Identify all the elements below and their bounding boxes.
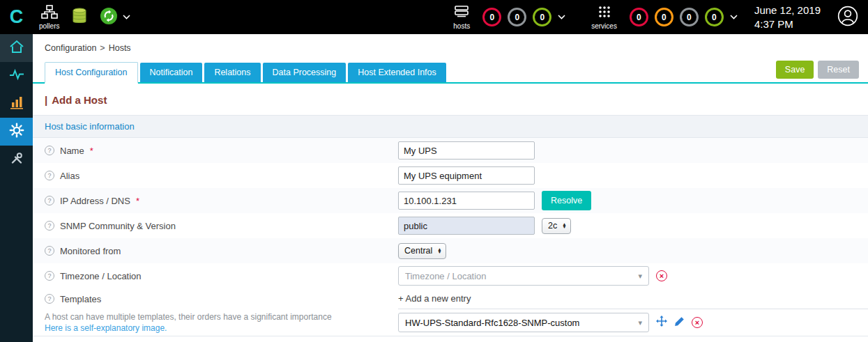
database-status[interactable] (72, 8, 87, 27)
main-content: Configuration>Hosts Host Configuration N… (33, 34, 868, 342)
help-icon[interactable]: ? (45, 146, 54, 155)
timezone-label: Timezone / Location (60, 271, 142, 281)
ip-input[interactable] (398, 192, 535, 210)
reset-button[interactable]: Reset (818, 61, 859, 79)
topbar: C pollers (0, 0, 868, 34)
services-label: services (591, 22, 617, 30)
help-icon[interactable]: ? (45, 171, 54, 180)
page-title: |Add a Host (33, 84, 868, 115)
hosts-down-count: 0 (489, 13, 494, 22)
hosts-up-counter[interactable]: 0 (533, 8, 551, 26)
chevron-down-icon[interactable] (123, 15, 130, 20)
hosts-unreachable-count: 0 (515, 13, 519, 22)
hosts-label: hosts (453, 22, 470, 30)
pollers-status[interactable]: pollers (39, 5, 59, 30)
help-icon[interactable]: ? (45, 246, 54, 256)
date-text: June 12, 2019 (754, 3, 821, 17)
templates-help-text: A host can have multiple templates, thei… (45, 312, 332, 322)
services-ok-counter[interactable]: 0 (705, 8, 724, 26)
form-actions: Save Reset (776, 61, 859, 79)
add-template-entry-link[interactable]: + Add a new entry (398, 293, 471, 304)
alias-input[interactable] (398, 166, 535, 185)
timezone-combobox[interactable]: Timezone / Location ▾ (398, 266, 649, 286)
page-title-text: Add a Host (52, 94, 107, 106)
snmp-label: SNMP Community & Version (60, 221, 176, 231)
snmp-community-input[interactable] (398, 217, 535, 235)
user-menu[interactable] (837, 6, 858, 29)
tab-relations[interactable]: Relations (204, 63, 260, 83)
sidebar-item-administration[interactable] (0, 146, 33, 173)
help-icon[interactable]: ? (45, 196, 54, 205)
tab-host-extended-infos[interactable]: Host Extended Infos (348, 63, 446, 83)
sidebar-item-configuration[interactable] (0, 118, 33, 146)
snmp-version-value: 2c (548, 221, 557, 231)
sidebar-item-reporting[interactable] (0, 90, 33, 118)
services-unknown-counter[interactable]: 0 (680, 8, 699, 26)
centreon-app: C pollers (0, 0, 868, 342)
services-ok-count: 0 (712, 13, 717, 22)
time-text: 4:37 PM (754, 17, 821, 31)
help-icon[interactable]: ? (45, 294, 54, 304)
services-warning-counter[interactable]: 0 (655, 8, 673, 26)
pollers-label: pollers (39, 22, 59, 30)
home-icon (9, 40, 24, 56)
required-asterisk: * (90, 146, 93, 156)
form-row-ip: ? IP Address / DNS * Resolve (33, 188, 868, 213)
datetime: June 12, 2019 4:37 PM (754, 3, 821, 31)
bar-chart-icon (10, 95, 24, 112)
templates-label: Templates (60, 294, 101, 304)
chevron-down-icon[interactable] (730, 15, 738, 20)
services-status[interactable]: services (591, 5, 617, 30)
hosts-down-counter[interactable]: 0 (482, 8, 501, 26)
name-label: Name (60, 146, 84, 156)
hosts-unreachable-counter[interactable]: 0 (508, 8, 526, 26)
template-delete-button[interactable]: × (692, 317, 703, 328)
required-asterisk: * (136, 196, 139, 206)
breadcrumb: Configuration>Hosts (33, 34, 868, 61)
save-button[interactable]: Save (776, 61, 814, 79)
alias-label: Alias (60, 171, 79, 181)
template-select[interactable]: HW-UPS-Standard-Rfc1628-SNMP-custom ▾ (398, 313, 649, 332)
sync-icon (100, 7, 118, 28)
hosts-icon (454, 5, 469, 22)
form-row-snmp: ? SNMP Community & Version 2c ▲▼ (33, 213, 868, 238)
form-row-alias: ? Alias (33, 163, 868, 188)
move-icon (656, 316, 667, 329)
hosts-status[interactable]: hosts (453, 5, 470, 30)
template-selected-value: HW-UPS-Standard-Rfc1628-SNMP-custom (405, 318, 579, 328)
chevron-down-icon[interactable] (558, 15, 565, 20)
template-move-handle[interactable] (656, 316, 667, 329)
sidebar-item-monitoring[interactable] (0, 62, 33, 90)
services-icon (597, 5, 612, 22)
tab-host-configuration[interactable]: Host Configuration (45, 62, 138, 84)
services-status-group: services 0 0 0 0 (585, 5, 738, 30)
monitored-from-select[interactable]: Central ▲▼ (398, 243, 446, 259)
resolve-button[interactable]: Resolve (542, 191, 591, 210)
hosts-status-group: hosts 0 0 0 (447, 5, 565, 30)
services-critical-counter[interactable]: 0 (630, 8, 648, 26)
tab-notification[interactable]: Notification (140, 63, 203, 83)
config-export-status[interactable] (100, 7, 130, 28)
form-row-template-entry: A host can have multiple templates, thei… (33, 309, 868, 336)
timezone-clear-button[interactable]: × (656, 270, 667, 281)
breadcrumb-configuration[interactable]: Configuration (45, 43, 96, 53)
section-host-basic-information: Host basic information (33, 115, 868, 138)
sidebar (0, 34, 33, 342)
form-row-name: ? Name * (33, 138, 868, 163)
pollers-icon (41, 5, 58, 22)
breadcrumb-separator: > (100, 43, 105, 53)
monitoring-pulse-icon (9, 68, 24, 84)
template-edit-button[interactable] (674, 316, 685, 329)
name-input[interactable] (398, 141, 535, 160)
caret-down-icon: ▾ (638, 272, 642, 280)
templates-help-link[interactable]: Here is a self-explanatory image. (45, 323, 167, 333)
layout: Configuration>Hosts Host Configuration N… (0, 34, 868, 342)
breadcrumb-hosts[interactable]: Hosts (109, 43, 131, 53)
services-warning-count: 0 (662, 13, 667, 22)
sidebar-item-home[interactable] (0, 34, 33, 62)
centreon-logo[interactable]: C (0, 6, 33, 28)
help-icon[interactable]: ? (45, 271, 54, 281)
help-icon[interactable]: ? (45, 221, 54, 231)
snmp-version-select[interactable]: 2c ▲▼ (542, 218, 571, 234)
tab-data-processing[interactable]: Data Processing (263, 63, 347, 83)
